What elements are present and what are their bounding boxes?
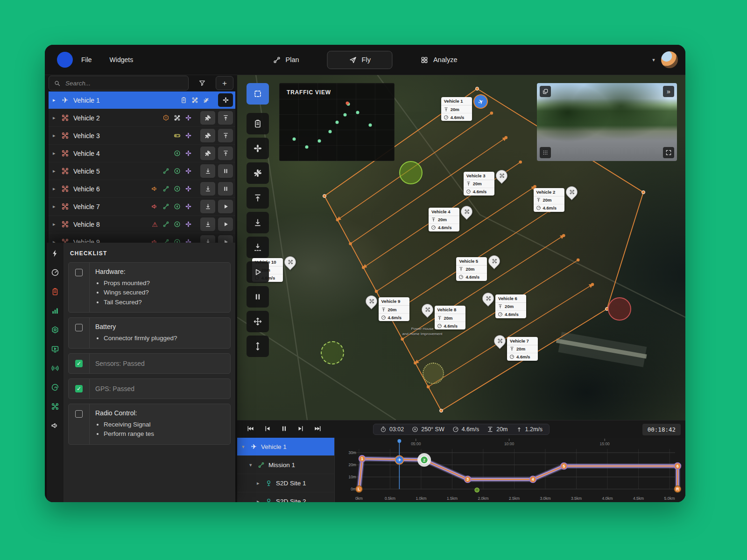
skip-to-start-button[interactable] [246,425,255,434]
play-button[interactable] [218,200,233,213]
expand-caret-icon[interactable]: ▸ [53,133,57,139]
strip-monitor-button[interactable] [51,345,59,355]
pause-button[interactable] [218,164,233,178]
strip-megaphone-button[interactable] [51,421,59,431]
tab-fly[interactable]: Fly [327,51,393,69]
upload-button[interactable] [218,111,233,125]
land-button[interactable] [200,217,215,231]
vehicle-marker-vehicle-9[interactable]: Vehicle 920m4.6m/s [366,297,409,321]
tree-caret-icon[interactable]: ▸ [257,498,261,503]
menu-widgets[interactable]: Widgets [110,56,134,63]
expand-caret-icon[interactable]: ▸ [53,186,57,192]
vehicle-marker-vehicle-5[interactable]: Vehicle 520m4.6m/s [456,257,500,281]
tree-caret-icon[interactable]: ▸ [257,480,261,486]
strip-radio-button[interactable] [51,364,59,374]
step-back-button[interactable] [262,425,272,434]
tab-analyze[interactable]: Analyze [421,56,458,64]
vehicle-row-vehicle-3[interactable]: ▸Vehicle 3 [49,127,235,145]
tree-item-s2d-site-2[interactable]: ▸S2D Site 2 [237,492,334,502]
add-vehicle-button[interactable]: + [216,76,233,90]
start-mission-button[interactable] [247,261,269,283]
tree-caret-icon[interactable]: ▾ [249,462,254,468]
search-input[interactable] [64,79,183,87]
collapse-panel-button[interactable]: » [663,86,674,97]
strip-hexagon-button[interactable] [51,326,59,336]
checklist-checkbox[interactable] [75,410,83,418]
checklist-checkbox[interactable] [75,269,83,276]
land-button[interactable] [200,182,215,196]
land-button[interactable] [247,212,269,233]
vehicle-row-vehicle-2[interactable]: ▸Vehicle 2 [49,109,235,127]
land-button[interactable] [200,164,215,178]
strip-checklist-button[interactable] [51,287,59,297]
tree-caret-icon[interactable]: ▾ [242,444,247,450]
app-logo[interactable] [57,52,73,68]
reposition-button[interactable] [247,311,269,332]
altitude-change-button[interactable] [247,336,269,357]
expand-caret-icon[interactable]: ▸ [53,150,57,156]
user-box[interactable]: ▾ [651,51,678,68]
svg-text:2: 2 [423,458,425,462]
vehicle-row-vehicle-4[interactable]: ▸Vehicle 4 [49,145,235,162]
upload-button[interactable] [218,147,233,160]
pause-button[interactable] [218,182,233,196]
map-canvas[interactable]: Power Houseand Home Improvement Vehicle … [237,75,685,420]
strip-power-button[interactable] [51,249,59,259]
vehicle-marker-vehicle-6[interactable]: Vehicle 620m4.6m/s [482,294,526,318]
expand-caret-icon[interactable]: ▸ [53,168,57,174]
strip-stats-button[interactable] [51,307,59,316]
land-button[interactable] [200,200,215,213]
disarm-button[interactable] [247,162,269,184]
step-forward-button[interactable] [296,425,305,434]
vehicle-row-vehicle-1[interactable]: ▸✈Vehicle 1✈ [49,91,235,109]
upload-button[interactable] [218,129,233,142]
strip-gimbal-button[interactable] [51,383,59,393]
vehicle-marker-vehicle-3[interactable]: Vehicle 320m4.6m/s [464,172,507,196]
vehicle-row-vehicle-5[interactable]: ▸Vehicle 5 [49,162,235,180]
altitude-profile-chart[interactable]: 05:0010:0015:0030m20m10m0m0km0.5km1.0km1… [335,438,685,502]
filter-button[interactable] [193,76,211,90]
propeller-off-button[interactable] [200,147,215,160]
return-to-launch-button[interactable] [247,237,269,258]
strip-quad-button[interactable] [51,402,59,412]
expand-caret-icon[interactable]: ▸ [53,97,57,103]
tree-item-vehicle-1[interactable]: ▾✈Vehicle 1 [237,438,334,456]
play-button[interactable] [218,217,233,231]
tab-plan[interactable]: Plan [273,56,299,64]
expand-caret-icon[interactable]: ▸ [53,221,57,227]
menu-file[interactable]: File [81,56,92,63]
video-feed[interactable]: » [537,83,677,161]
tree-item-s2d-site-1[interactable]: ▸S2D Site 1 [237,474,334,492]
pause-playback-button[interactable] [279,425,289,434]
checklist-checkbox[interactable]: ✓ [75,385,83,392]
chevron-down-icon[interactable]: ▾ [651,57,656,63]
picture-in-picture-button[interactable] [540,86,551,97]
vehicle-marker-vehicle-2[interactable]: Vehicle 220m4.6m/s [534,188,578,212]
vehicle-marker-vehicle-7[interactable]: Vehicle 720m4.6m/s [494,337,538,361]
vehicle-marker-vehicle-8[interactable]: Vehicle 820m4.6m/s [422,306,465,329]
tree-item-mission-1[interactable]: ▾Mission 1 [237,456,334,474]
grid-overlay-button[interactable] [540,147,551,158]
select-area-button[interactable] [247,83,269,105]
propeller-button[interactable] [218,93,233,107]
propeller-off-button[interactable] [200,111,215,125]
strip-gauge-button[interactable] [51,268,59,278]
skip-to-end-button[interactable] [313,425,322,434]
vehicle-row-vehicle-8[interactable]: ▸Vehicle 8⚠ [49,216,235,233]
propeller-off-button[interactable] [200,129,215,142]
checklist-checkbox[interactable]: ✓ [75,360,83,367]
arm-button[interactable] [247,138,269,159]
search-box[interactable] [49,76,189,91]
hold-button[interactable] [247,286,269,308]
expand-caret-icon[interactable]: ▸ [53,203,57,210]
vehicle-row-vehicle-6[interactable]: ▸Vehicle 6 [49,180,235,198]
takeoff-button[interactable] [247,187,269,209]
checklist-checkbox[interactable] [75,324,83,331]
fullscreen-button[interactable] [663,147,674,158]
vehicle-row-vehicle-7[interactable]: ▸Vehicle 7 [49,198,235,216]
checklist-button[interactable] [247,113,269,134]
vehicle-marker-vehicle-1[interactable]: Vehicle 120m4.6m/s✈ [441,97,488,121]
avatar[interactable] [661,51,678,68]
expand-caret-icon[interactable]: ▸ [53,115,57,121]
vehicle-marker-vehicle-4[interactable]: Vehicle 420m4.6m/s [429,208,472,231]
